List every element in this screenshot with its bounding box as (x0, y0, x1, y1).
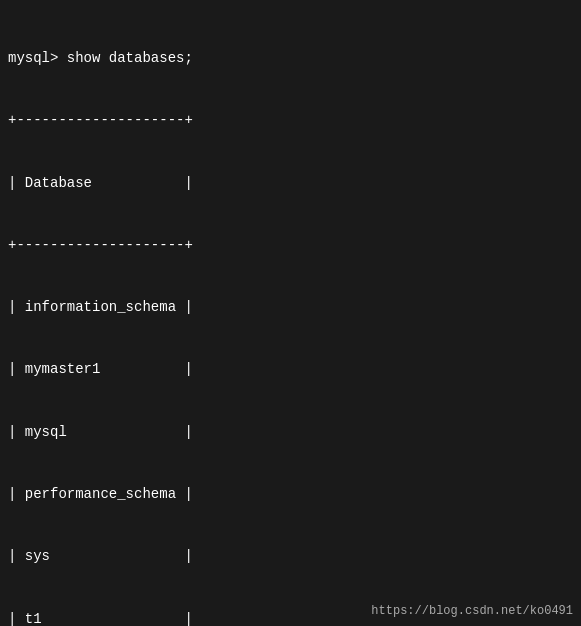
line-4: +--------------------+ (8, 235, 573, 255)
line-3: | Database | (8, 173, 573, 193)
line-1: mysql> show databases; (8, 48, 573, 68)
terminal-window: mysql> show databases; +----------------… (0, 0, 581, 626)
line-2: +--------------------+ (8, 110, 573, 130)
line-5: | information_schema | (8, 297, 573, 317)
line-7: | mysql | (8, 422, 573, 442)
terminal-output: mysql> show databases; +----------------… (8, 6, 573, 626)
line-8: | performance_schema | (8, 484, 573, 504)
watermark: https://blog.csdn.net/ko0491 (371, 604, 573, 618)
line-6: | mymaster1 | (8, 359, 573, 379)
line-9: | sys | (8, 546, 573, 566)
